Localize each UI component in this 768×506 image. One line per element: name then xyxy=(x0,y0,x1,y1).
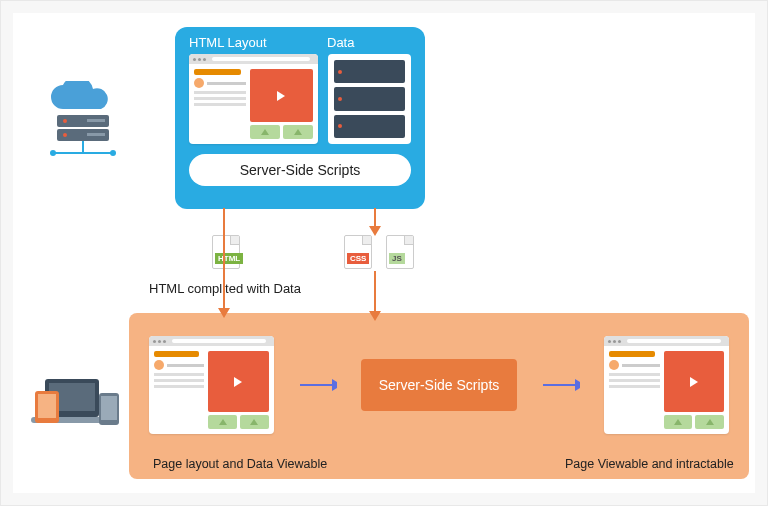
svg-rect-5 xyxy=(87,133,105,136)
js-file-tag: JS xyxy=(389,253,405,264)
client-side-scripts-box: Server-Side Scripts xyxy=(361,359,518,411)
svg-rect-16 xyxy=(101,396,117,420)
html-file-tag: HTML xyxy=(215,253,243,264)
data-label: Data xyxy=(315,35,411,50)
css-file-tag: CSS xyxy=(347,253,369,264)
devices-icon xyxy=(31,373,123,437)
svg-point-2 xyxy=(63,119,67,123)
page-layout-caption: Page layout and Data Viewable xyxy=(153,457,327,471)
compiled-caption: HTML complited with Data xyxy=(149,281,301,296)
server-side-scripts-box: Server-Side Scripts xyxy=(189,154,411,186)
svg-point-9 xyxy=(110,150,116,156)
js-file-icon: JS xyxy=(383,235,417,269)
diagram-canvas: HTML Layout Data xyxy=(13,13,755,493)
arrow-cssjs-short-icon xyxy=(369,208,381,236)
server-panel: HTML Layout Data xyxy=(175,27,425,209)
svg-marker-20 xyxy=(575,379,580,391)
svg-rect-4 xyxy=(87,119,105,122)
arrow-right-1-icon xyxy=(298,376,337,394)
cloud-server-icon xyxy=(43,81,123,171)
svg-marker-18 xyxy=(332,379,337,391)
svg-point-3 xyxy=(63,133,67,137)
page-viewable-icon xyxy=(604,336,729,434)
arrow-right-2-icon xyxy=(541,376,580,394)
svg-point-8 xyxy=(50,150,56,156)
page-viewable-caption: Page Viewable and intractable xyxy=(565,457,734,471)
client-panel: Server-Side Scripts xyxy=(129,313,749,479)
data-server-icon xyxy=(328,54,411,144)
html-layout-icon xyxy=(189,54,318,144)
svg-rect-14 xyxy=(38,394,56,418)
html-file-icon: HTML xyxy=(209,235,243,269)
css-file-icon: CSS xyxy=(341,235,375,269)
page-layout-icon xyxy=(149,336,274,434)
html-layout-label: HTML Layout xyxy=(189,35,315,50)
